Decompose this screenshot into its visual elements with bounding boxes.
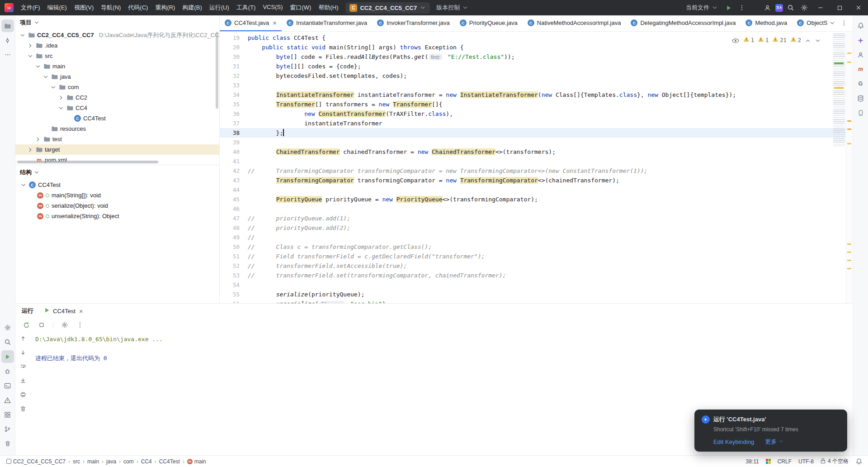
code-line-44[interactable]: 44 [220,185,845,195]
run-more-button[interactable] [75,319,85,330]
hidden-tabs-button[interactable] [827,18,837,28]
settings-button[interactable] [1,321,14,334]
structure-panel-header[interactable]: 结构 [15,165,219,180]
print-button[interactable] [18,390,28,400]
chevron-down-icon[interactable] [42,74,49,80]
line-number[interactable]: 51 [220,252,240,261]
line-separator[interactable]: CRLF [778,458,792,465]
clear-console-button[interactable] [18,404,28,414]
more-actions-icon[interactable] [735,1,749,14]
stripe-mark[interactable] [847,129,851,130]
stripe-mark[interactable] [847,62,851,63]
chevron-down-icon[interactable] [57,105,64,111]
line-number[interactable]: 49 [220,233,240,242]
next-problem-button[interactable] [815,38,821,44]
breadcrumb-item-src[interactable]: src [72,458,81,465]
breadcrumb-item-com[interactable]: com [123,458,135,465]
tree-item-java[interactable]: java [15,71,219,82]
tree-item-cc2[interactable]: CC2 [15,92,219,103]
tab-options-button[interactable] [839,18,849,28]
minimize-button[interactable] [811,0,830,15]
console-line[interactable]: 进程已结束，退出代码为 0 [35,353,848,363]
chevron-down-icon[interactable] [34,63,41,70]
notifications-icon[interactable] [855,458,863,465]
structure-item-main-string-void[interactable]: mmain(String[]): void [15,190,219,200]
menu-item-7[interactable]: 运行(U) [206,1,233,14]
line-number[interactable]: 54 [220,280,240,290]
more-tool-windows-button[interactable] [1,48,14,61]
run-button[interactable] [722,1,735,14]
more-link[interactable]: 更多 [765,438,783,446]
menu-item-2[interactable]: 视图(V) [71,1,97,14]
warning-count[interactable]: 21 [772,36,786,45]
code-line-40[interactable]: 40 ChainedTransformer chainedTransformer… [220,147,845,157]
line-number[interactable]: 50 [220,242,240,252]
code-line-43[interactable]: 43 TransformingComparator transformingCo… [220,176,845,185]
input-method-icon[interactable] [766,459,771,464]
minimap[interactable] [833,33,845,148]
tree-item-resources[interactable]: resources [15,124,219,134]
line-number[interactable]: 48 [220,223,240,233]
breadcrumb-item-cc4[interactable]: CC4 [140,458,153,465]
tree-item-target[interactable]: target [15,144,219,155]
soft-wrap-button[interactable] [18,362,28,372]
editor-tab-method-java[interactable]: CMethod.java [741,15,792,31]
search-icon[interactable] [784,1,797,14]
ai-assistant-button[interactable] [854,34,867,47]
code-line-51[interactable]: 51// Field transformerField = c.getDecla… [220,252,845,261]
line-number[interactable]: 56 [220,299,240,303]
code-line-48[interactable]: 48// priorityQueue.add(2); [220,223,845,233]
tree-item-idea[interactable]: .idea [15,40,219,51]
stripe-mark[interactable] [847,52,851,54]
editor-tab-invokertransformer-java[interactable]: CInvokerTransformer.java [372,15,455,31]
project-button[interactable] [1,19,14,32]
warning-count[interactable]: 1 [758,36,769,45]
warning-count[interactable]: 2 [790,36,801,45]
maven-button[interactable]: m [854,63,867,76]
close-icon[interactable]: × [79,308,83,315]
translate-icon[interactable]: 文A [774,1,784,14]
code-line-54[interactable]: 54 [220,280,845,290]
delete-button[interactable] [1,437,14,450]
version-control-button[interactable] [1,423,14,435]
close-button[interactable] [849,0,868,15]
code-line-36[interactable]: 36 new ConstantTransformer(TrAXFilter.cl… [220,109,845,119]
code-line-56[interactable]: 56 unserialize(Filename: "ser.bin"); [220,299,845,303]
line-number[interactable]: 40 [220,147,240,157]
editor-tab-instantiatetransformer-java[interactable]: CInstantiateTransformer.java [282,15,372,31]
editor-tab-delegatingmethodaccessorimpl-java[interactable]: CDelegatingMethodAccessorImpl.java [626,15,741,31]
up-stack-trace-button[interactable] [18,334,28,343]
highlighting-level-icon[interactable] [731,37,740,44]
code-line-37[interactable]: 37 instantiateTransformer [220,119,845,128]
stripe-mark[interactable] [847,260,851,261]
stripe-mark[interactable] [847,243,851,245]
breadcrumb-item-main[interactable]: mmain [186,458,207,465]
menu-item-10[interactable]: 窗口(W) [287,1,315,14]
stripe-mark[interactable] [847,268,851,269]
code-line-47[interactable]: 47// priorityQueue.add(1); [220,214,845,223]
line-number[interactable]: 44 [220,185,240,195]
project-panel-header[interactable]: 项目 [15,15,219,30]
line-number[interactable]: 46 [220,204,240,214]
chevron-down-icon[interactable] [27,53,33,59]
commit-button[interactable] [1,34,14,47]
line-number[interactable]: 32 [220,71,240,81]
menu-item-9[interactable]: VCS(S) [259,1,286,14]
run-tab[interactable]: CC4Test × [43,307,83,315]
line-number[interactable]: 53 [220,271,240,280]
run-config-selector[interactable]: 当前文件 [686,4,718,12]
menu-item-11[interactable]: 帮助(H) [315,1,342,14]
chevron-right-icon[interactable] [34,136,41,143]
chevron-right-icon[interactable] [27,43,33,49]
line-number[interactable]: 20 [220,43,240,52]
maximize-button[interactable] [830,0,849,15]
line-number[interactable]: 52 [220,261,240,271]
chevron-right-icon[interactable] [27,147,33,153]
code-line-50[interactable]: 50// Class c = transformingComparator.ge… [220,242,845,252]
app-logo-icon[interactable]: IJ [5,3,14,12]
vertical-scrollbar[interactable] [216,32,218,109]
stop-button[interactable] [36,319,47,330]
caret-position[interactable]: 38:11 [746,458,759,465]
problems-button[interactable] [1,394,14,406]
terminal-button[interactable] [1,379,14,392]
